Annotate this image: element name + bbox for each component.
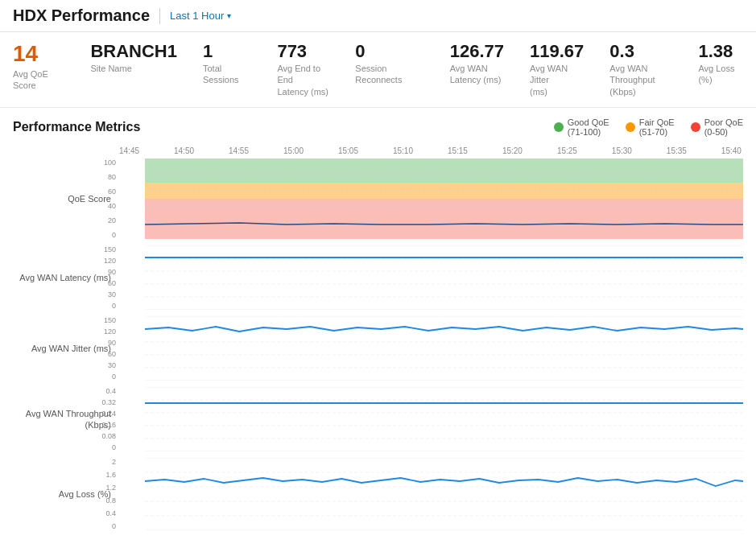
- wan-throughput-chart-wrapper: 0.40.320.240.160.080: [118, 387, 743, 451]
- stat-wan-throughput-value: 0.3: [609, 42, 672, 61]
- content-area: Performance Metrics Good QoE(71-100) Fai…: [0, 108, 756, 546]
- wan-latency-chart-area: 1501209060300: [118, 245, 743, 310]
- qoe-chart-wrapper: 100806040200: [118, 159, 743, 239]
- avg-loss-chart-area: 21.61.20.80.40: [118, 458, 743, 530]
- stat-sessions-value: 1: [203, 42, 251, 61]
- x-label-4: 15:05: [338, 146, 358, 155]
- stat-wan-jitter-value: 119.67: [530, 42, 584, 61]
- wan-throughput-chart-row: Avg WAN Throughput(Kbps) 0.40.320.240.16…: [13, 387, 743, 451]
- time-label: Last 1 Hour: [170, 10, 224, 22]
- chevron-down-icon: ▾: [227, 11, 231, 20]
- legend-good-label: Good QoE(71-100): [568, 117, 609, 137]
- poor-dot: [691, 122, 700, 132]
- x-label-1: 14:50: [174, 146, 194, 155]
- x-label-2: 14:55: [229, 146, 249, 155]
- qoe-chart-area: 100806040200: [118, 159, 743, 239]
- x-label-10: 15:35: [667, 146, 687, 155]
- wan-throughput-y-axis: 0.40.320.240.160.080: [92, 387, 116, 451]
- legend-fair: Fair QoE(51-70): [626, 117, 675, 137]
- section-header: Performance Metrics Good QoE(71-100) Fai…: [13, 117, 743, 137]
- stat-avg-loss-value: 1.38: [698, 42, 743, 61]
- x-label-3: 15:00: [283, 146, 304, 155]
- x-label-6: 15:15: [448, 146, 468, 155]
- stat-reconnects: 0 Session Reconnects: [355, 42, 423, 86]
- legend-poor: Poor QoE(0-50): [691, 117, 743, 137]
- stat-sessions: 1 Total Sessions: [203, 42, 251, 86]
- svg-rect-0: [145, 199, 743, 239]
- stat-wan-latency-value: 126.77: [450, 42, 504, 61]
- stat-wan-latency: 126.77 Avg WANLatency (ms): [450, 42, 504, 86]
- page-title: HDX Performance: [13, 6, 150, 25]
- header: HDX Performance Last 1 Hour ▾: [0, 0, 756, 32]
- stat-site-label: Site Name: [90, 63, 177, 74]
- good-dot: [554, 122, 564, 132]
- stat-e2e-latency-value: 773: [277, 42, 329, 61]
- avg-loss-y-axis: 21.61.20.80.40: [92, 458, 116, 530]
- wan-jitter-y-axis: 1501209060300: [92, 316, 116, 381]
- wan-throughput-chart-area: 0.40.320.240.160.080: [118, 387, 743, 451]
- stat-reconnects-label: Session Reconnects: [355, 63, 423, 86]
- fair-dot: [626, 122, 635, 132]
- qoe-y-axis: 100806040200: [92, 159, 116, 239]
- header-divider: [159, 8, 160, 24]
- stat-site: BRANCH1 Site Name: [90, 42, 177, 74]
- chart-legend: Good QoE(71-100) Fair QoE(51-70) Poor Qo…: [554, 117, 743, 137]
- legend-good: Good QoE(71-100): [554, 117, 609, 137]
- stat-qoe-value: 14: [13, 42, 64, 67]
- avg-loss-chart-wrapper: 21.61.20.80.40: [118, 458, 743, 530]
- x-axis-labels: 14:45 14:50 14:55 15:00 15:05 15:10 15:1…: [118, 146, 743, 155]
- time-selector[interactable]: Last 1 Hour ▾: [170, 10, 231, 22]
- stat-wan-throughput: 0.3 Avg WANThroughput (Kbps): [609, 42, 672, 97]
- legend-poor-label: Poor QoE(0-50): [704, 117, 743, 137]
- wan-latency-y-axis: 1501209060300: [92, 245, 116, 310]
- stat-wan-throughput-label: Avg WANThroughput (Kbps): [609, 63, 672, 97]
- stat-wan-jitter: 119.67 Avg WAN Jitter(ms): [530, 42, 584, 97]
- stat-site-value: BRANCH1: [90, 42, 177, 61]
- svg-rect-2: [145, 159, 743, 183]
- wan-jitter-svg: [145, 316, 743, 381]
- avg-loss-chart-row: Avg Loss (%) 21.61.20.80.40: [13, 458, 743, 530]
- stat-reconnects-value: 0: [355, 42, 423, 61]
- stat-qoe-label: Avg QoE Score: [13, 68, 64, 92]
- wan-throughput-svg: [145, 387, 743, 451]
- x-label-11: 15:40: [721, 146, 742, 155]
- legend-fair-label: Fair QoE(51-70): [639, 117, 675, 137]
- stat-sessions-label: Total Sessions: [203, 63, 251, 86]
- qoe-chart-row: QoE Score 100806040200: [13, 159, 743, 239]
- stat-qoe: 14 Avg QoE Score: [13, 42, 64, 91]
- stats-bar: 14 Avg QoE Score BRANCH1 Site Name 1 Tot…: [0, 32, 756, 108]
- x-label-0: 14:45: [119, 146, 139, 155]
- stat-avg-loss-label: Avg Loss (%): [698, 63, 743, 86]
- wan-jitter-chart-wrapper: 1501209060300: [118, 316, 743, 381]
- x-label-7: 15:20: [502, 146, 523, 155]
- x-label-5: 15:10: [393, 146, 413, 155]
- wan-latency-chart-wrapper: 1501209060300: [118, 245, 743, 310]
- section-title: Performance Metrics: [13, 120, 140, 134]
- wan-latency-svg: [145, 245, 743, 310]
- stat-e2e-latency-label: Avg End to EndLatency (ms): [277, 63, 329, 97]
- x-axis-row: 14:45 14:50 14:55 15:00 15:05 15:10 15:1…: [13, 146, 743, 155]
- qoe-svg: [145, 159, 743, 239]
- wan-latency-chart-row: Avg WAN Latency (ms) 1501209060300: [13, 245, 743, 310]
- x-label-9: 15:30: [612, 146, 632, 155]
- stat-avg-loss: 1.38 Avg Loss (%): [698, 42, 743, 86]
- wan-jitter-chart-area: 1501209060300: [118, 316, 743, 381]
- stat-e2e-latency: 773 Avg End to EndLatency (ms): [277, 42, 329, 97]
- x-label-8: 15:25: [557, 146, 577, 155]
- wan-jitter-chart-row: Avg WAN Jitter (ms) 1501209060300: [13, 316, 743, 381]
- avg-loss-svg: [145, 458, 743, 530]
- stat-wan-latency-label: Avg WANLatency (ms): [450, 63, 504, 86]
- stat-wan-jitter-label: Avg WAN Jitter(ms): [530, 63, 584, 97]
